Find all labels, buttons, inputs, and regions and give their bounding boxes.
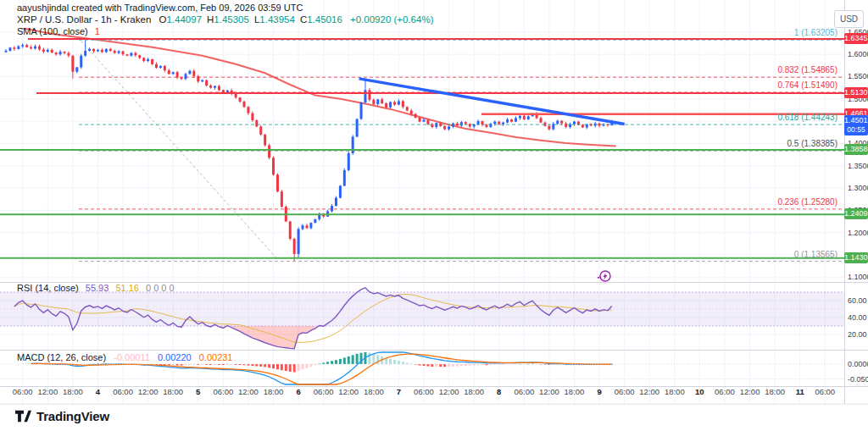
price-badge: 1.38586 xyxy=(844,144,868,155)
macd-hist-value: -0.00011 xyxy=(114,352,150,362)
fib-level-label: 0.764 (1.51490) xyxy=(777,80,837,90)
sma-legend-value: 1 xyxy=(95,26,100,36)
macd-line-value: 0.00220 xyxy=(158,352,192,362)
fib-level-label: 0.832 (1.54865) xyxy=(777,65,837,75)
symbol-title: XRP / U.S. Dollar - 1h - Kraken xyxy=(17,14,151,25)
tradingview-logo[interactable]: TradingView xyxy=(15,409,109,423)
rsi-legend[interactable]: RSI (14, close) 55.93 51.16 0 0 0 0 xyxy=(17,283,175,293)
fib-level-label: 0.618 (1.44243) xyxy=(777,113,837,122)
rsi-ma-value: 51.16 xyxy=(115,283,139,293)
sma-legend-label: SMA (100, close) xyxy=(17,26,88,36)
price-badge: 1.14309 xyxy=(844,252,868,263)
ohlc-values: O1.44097H1.45305L1.43954C1.45016 xyxy=(154,14,342,25)
symbol-legend[interactable]: XRP / U.S. Dollar - 1h - Kraken O1.44097… xyxy=(17,14,433,25)
time-axis-label: 06:00 xyxy=(810,387,839,396)
ohlc-value: 1.45016 xyxy=(307,14,342,25)
price-badge: 1.63453 xyxy=(844,33,868,44)
tradingview-logo-text: TradingView xyxy=(36,409,109,423)
time-axis[interactable]: 06:0012:0018:00406:0012:0018:00506:0012:… xyxy=(0,387,868,401)
price-badge: 1.4501600:55 xyxy=(844,115,868,135)
fib-level-label: 0 (1.13565) xyxy=(794,250,837,259)
rsi-value: 55.93 xyxy=(86,283,109,293)
fib-level-label: 1 (1.63205) xyxy=(794,28,837,37)
price-badge: 1.51307 xyxy=(844,87,868,98)
ohlc-value: 1.44097 xyxy=(166,14,202,25)
fib-level-label: 0.236 (1.25280) xyxy=(777,197,837,207)
rsi-legend-label: RSI (14, close) xyxy=(17,283,79,293)
fib-level-label: 0.5 (1.38385) xyxy=(787,139,838,148)
countdown-timer: 00:55 xyxy=(844,125,868,135)
macd-legend[interactable]: MACD (12, 26, close) -0.00011 0.00220 0.… xyxy=(17,352,232,362)
price-change: +0.00920 (+0.64%) xyxy=(350,14,433,25)
price-badges: 1.634531.513071.466121.4501600:551.38586… xyxy=(844,0,868,404)
price-badge: 1.24092 xyxy=(844,208,868,219)
lightning-circle-icon[interactable] xyxy=(595,268,612,285)
macd-legend-label: MACD (12, 26, close) xyxy=(17,352,106,362)
tradingview-logo-icon xyxy=(15,410,31,423)
ohlc-letter: C xyxy=(300,14,307,25)
ohlc-value: 1.43954 xyxy=(259,14,295,25)
ohlc-value: 1.45305 xyxy=(214,14,249,25)
chart-canvas[interactable] xyxy=(0,0,868,431)
sma-legend[interactable]: SMA (100, close) 1 xyxy=(17,26,100,36)
attribution-text: aayushjindal created with TradingView.co… xyxy=(17,3,303,13)
macd-signal-value: 0.00231 xyxy=(199,352,233,362)
rsi-extra-values: 0 0 0 0 xyxy=(146,283,175,293)
